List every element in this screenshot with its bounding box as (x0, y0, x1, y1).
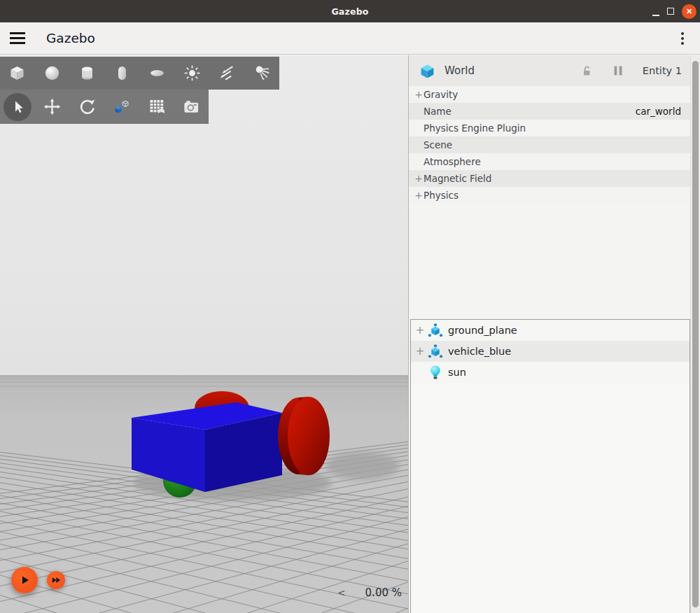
minimize-icon[interactable] (652, 0, 659, 22)
close-icon[interactable]: ✕ (682, 4, 696, 19)
directional-light-icon (218, 64, 237, 83)
step-button[interactable] (47, 571, 65, 589)
screenshot-button[interactable] (174, 90, 209, 124)
spot-light-icon (253, 64, 272, 83)
insert-cylinder-button[interactable] (70, 57, 105, 90)
world-name-value: car_world (636, 106, 681, 117)
panel-scrollbar (690, 55, 700, 613)
rotate-icon (78, 97, 97, 116)
rtf-value: 0.00 % (365, 586, 402, 599)
box-icon (8, 64, 27, 83)
model-icon (427, 344, 444, 359)
tree-row-sun[interactable]: sun (411, 362, 690, 383)
expander-icon[interactable]: + (415, 345, 425, 358)
window-title: Gazebo (331, 6, 368, 17)
expander-icon[interactable]: + (415, 324, 425, 337)
rtf-collapse-chevron[interactable]: < (337, 587, 346, 598)
main-area: < 0.00 % World (0, 55, 700, 613)
rotate-mode-button[interactable] (69, 90, 104, 124)
play-button[interactable] (11, 567, 38, 593)
property-row-scene[interactable]: Scene (409, 136, 690, 153)
gazebo-window: Gazebo ✕ Gazebo (0, 0, 700, 613)
property-row-physics[interactable]: + Physics (409, 187, 690, 204)
capsule-icon (113, 64, 132, 83)
property-row-gravity[interactable]: + Gravity (409, 86, 690, 103)
insert-box-button[interactable] (0, 57, 35, 90)
select-cursor-icon (9, 99, 26, 115)
entity-tree-panel: + ground_plane + (410, 319, 690, 613)
insert-sphere-button[interactable] (35, 57, 70, 90)
world-properties-list: + Gravity Name car_world Physics Engine … (409, 86, 690, 204)
property-row-physics-engine-plugin[interactable]: Physics Engine Plugin (409, 120, 690, 136)
align-tool-button[interactable] (104, 90, 139, 124)
snap-grid-button[interactable] (139, 90, 174, 124)
align-tool-icon (112, 97, 131, 116)
menubar: Gazebo (0, 22, 700, 55)
insert-ellipsoid-button[interactable] (140, 57, 175, 90)
transform-toolbar (0, 90, 209, 124)
light-bulb-icon (427, 364, 444, 381)
maximize-icon[interactable] (667, 8, 674, 15)
entity-label: Entity 1 (643, 65, 682, 76)
insert-spot-light-button[interactable] (244, 57, 279, 90)
property-row-name[interactable]: Name car_world (409, 103, 690, 120)
window-controls: ✕ (652, 0, 696, 22)
shape-toolbar (0, 57, 279, 90)
step-icon (50, 575, 62, 586)
active-tool-highlight (4, 93, 31, 121)
app-title: Gazebo (46, 31, 95, 45)
expander-icon[interactable]: + (414, 89, 424, 100)
insert-capsule-button[interactable] (105, 57, 140, 90)
property-row-magnetic-field[interactable]: + Magnetic Field (409, 170, 690, 187)
pause-icon[interactable] (610, 63, 626, 80)
front-wheel (278, 397, 330, 475)
tree-row-vehicle-blue[interactable]: + vehicle_blue (411, 341, 690, 362)
model-icon (427, 323, 444, 338)
cylinder-icon (78, 64, 97, 83)
component-inspector-panel: World Entity 1 + (408, 55, 700, 613)
world-cube-icon (419, 63, 435, 79)
screenshot-icon (181, 97, 201, 117)
translate-mode-button[interactable] (35, 90, 70, 124)
scrollbar-thumb[interactable] (692, 61, 699, 607)
hamburger-menu-icon[interactable] (10, 32, 25, 44)
expander-icon[interactable]: + (414, 190, 424, 201)
inspector-title: World (444, 64, 475, 77)
translate-icon (43, 97, 62, 116)
kebab-menu-icon[interactable] (676, 31, 689, 46)
snap-grid-icon (147, 97, 166, 116)
select-mode-button[interactable] (0, 90, 35, 124)
unlock-icon[interactable] (579, 63, 594, 80)
tree-row-ground-plane[interactable]: + ground_plane (411, 320, 690, 341)
ellipsoid-icon (148, 64, 167, 83)
insert-directional-light-button[interactable] (209, 57, 244, 90)
sphere-icon (43, 64, 62, 83)
expander-icon[interactable]: + (414, 173, 424, 184)
rtf-display: < 0.00 % (337, 585, 402, 600)
inspector-header: World Entity 1 (409, 55, 690, 86)
property-row-atmosphere[interactable]: Atmosphere (409, 153, 690, 170)
scene-viewport[interactable]: < 0.00 % (0, 55, 408, 613)
point-light-icon (183, 64, 202, 83)
window-titlebar: Gazebo ✕ (0, 0, 700, 22)
insert-point-light-button[interactable] (174, 57, 209, 90)
play-icon (18, 573, 31, 587)
